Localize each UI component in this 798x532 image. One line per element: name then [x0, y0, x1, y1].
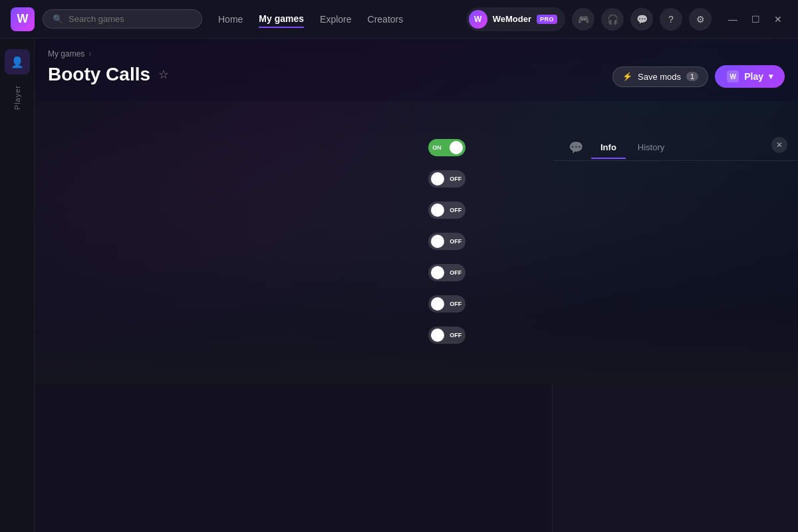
wemod-logo-small: W — [727, 70, 739, 82]
nav-explore[interactable]: Explore — [320, 11, 351, 27]
toggle-off-label: OFF — [450, 238, 462, 245]
save-mods-count: 1 — [686, 72, 698, 81]
window-controls: — ☐ ✕ — [724, 10, 787, 29]
navbar-right: W WeModer PRO 🎮 🎧 💬 ? ⚙ — ☐ ✕ — [466, 7, 787, 31]
headset-icon-btn[interactable]: 🎧 — [601, 8, 624, 31]
toggle-on-label: ON — [432, 144, 442, 151]
nav-home[interactable]: Home — [218, 11, 243, 27]
comment-icon[interactable]: 💬 — [563, 135, 589, 160]
search-input[interactable] — [68, 14, 192, 24]
close-info-button[interactable]: ✕ — [771, 137, 787, 153]
toggle-switch[interactable]: OFF — [428, 295, 466, 313]
toggle-switch[interactable]: ON — [428, 139, 466, 156]
breadcrumb-separator: › — [88, 49, 91, 59]
user-name: WeModer — [493, 14, 531, 24]
save-mods-label: Save mods — [638, 72, 681, 82]
toggle-knob — [431, 297, 444, 311]
sidebar: 👤 Player — [0, 39, 35, 532]
settings-icon-btn[interactable]: ⚙ — [689, 8, 712, 31]
maximize-button[interactable]: ☐ — [746, 10, 765, 29]
search-icon: 🔍 — [53, 14, 63, 24]
toggle-off-label: OFF — [450, 332, 462, 338]
toggle-knob — [431, 266, 444, 279]
pro-badge: PRO — [537, 15, 557, 24]
toggle-off-label: OFF — [450, 176, 462, 182]
nav-links: Home My games Explore Creators — [218, 11, 403, 28]
toggle-switch[interactable]: OFF — [428, 170, 466, 188]
info-tabs: 💬 Info History ✕ — [553, 127, 798, 161]
close-button[interactable]: ✕ — [769, 10, 787, 29]
favorite-icon[interactable]: ☆ — [158, 67, 169, 82]
player-icon: 👤 — [11, 56, 24, 68]
tab-history[interactable]: History — [628, 137, 674, 159]
game-title: Booty Calls — [48, 64, 150, 85]
toggle-knob — [431, 203, 444, 217]
toggle-switch[interactable]: OFF — [428, 327, 466, 344]
toggle-off-label: OFF — [450, 301, 462, 307]
toggle-knob — [431, 172, 444, 186]
main-panel: My games › Booty Calls ☆ ⚡ Save mods 1 W… — [35, 39, 798, 532]
tab-info[interactable]: Info — [591, 137, 626, 159]
toggle-knob — [431, 329, 444, 342]
discord-icon-btn[interactable]: 💬 — [630, 8, 653, 31]
toggle-switch[interactable]: OFF — [428, 201, 466, 219]
app-logo[interactable]: W — [11, 7, 35, 31]
content-area: 👤 Player My games › Booty Calls ☆ ⚡ Save… — [0, 39, 798, 532]
controller-icon-btn[interactable]: 🎮 — [572, 8, 595, 31]
search-bar[interactable]: 🔍 — [43, 9, 202, 29]
lightning-icon: ⚡ — [622, 72, 632, 81]
nav-creators[interactable]: Creators — [368, 11, 404, 27]
minimize-button[interactable]: — — [724, 10, 742, 29]
help-icon-btn[interactable]: ? — [660, 8, 682, 31]
game-actions: ⚡ Save mods 1 W Play ▾ — [612, 65, 785, 88]
play-button[interactable]: W Play ▾ — [715, 65, 785, 88]
toggle-off-label: OFF — [450, 269, 462, 276]
user-badge[interactable]: W WeModer PRO — [466, 7, 565, 31]
sidebar-label-player: Player — [13, 85, 21, 110]
breadcrumb: My games › — [48, 49, 785, 59]
toggle-off-label: OFF — [450, 207, 462, 213]
chevron-down-icon: ▾ — [769, 72, 773, 81]
save-mods-button[interactable]: ⚡ Save mods 1 — [612, 66, 708, 87]
avatar: W — [469, 10, 487, 29]
breadcrumb-my-games[interactable]: My games — [48, 49, 84, 59]
navbar: W 🔍 Home My games Explore Creators W WeM… — [0, 0, 798, 39]
toggle-switch[interactable]: OFF — [428, 233, 466, 250]
sidebar-item-player[interactable]: 👤 — [5, 49, 30, 74]
game-header: My games › Booty Calls ☆ ⚡ Save mods 1 W… — [35, 39, 798, 101]
toggle-knob — [431, 235, 444, 248]
toggle-knob — [450, 141, 463, 154]
nav-my-games[interactable]: My games — [259, 11, 304, 28]
play-label: Play — [744, 71, 763, 82]
toggle-switch[interactable]: OFF — [428, 264, 466, 281]
